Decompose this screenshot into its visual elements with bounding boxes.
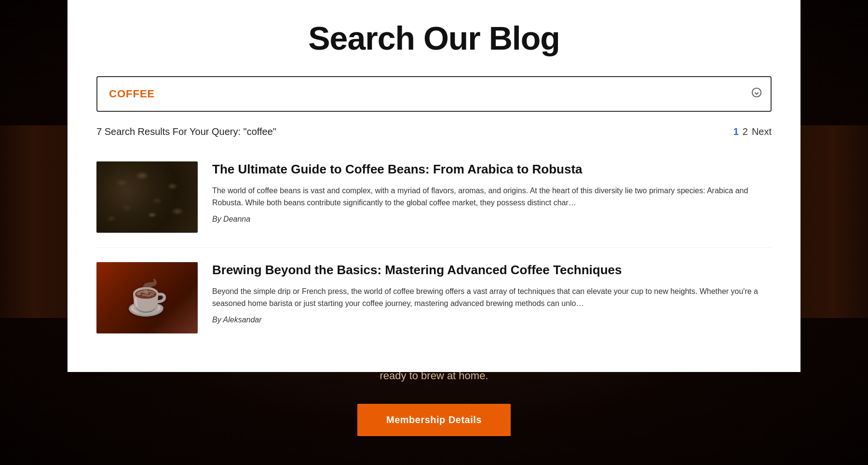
article-content: The Ultimate Guide to Coffee Beans: From… xyxy=(212,161,772,224)
search-dropdown-button[interactable] xyxy=(751,87,762,101)
article-thumbnail[interactable] xyxy=(96,262,198,333)
page-2[interactable]: 2 xyxy=(743,126,748,137)
search-container xyxy=(96,76,772,112)
thumbnail-beans-image xyxy=(96,161,198,233)
pagination-next[interactable]: Next xyxy=(752,126,772,137)
right-dark-panel xyxy=(800,125,868,318)
results-count: 7 Search Results For Your Query: "coffee… xyxy=(96,126,276,137)
article-content: Brewing Beyond the Basics: Mastering Adv… xyxy=(212,262,772,324)
article-title[interactable]: The Ultimate Guide to Coffee Beans: From… xyxy=(212,161,772,178)
page-1[interactable]: 1 xyxy=(733,126,739,137)
main-content-card: Search Our Blog 7 Search Results For You… xyxy=(68,0,800,372)
page-title: Search Our Blog xyxy=(96,19,772,57)
article-author: By Deanna xyxy=(212,215,250,223)
article-list: The Ultimate Guide to Coffee Beans: From… xyxy=(96,147,772,348)
thumbnail-cup-image xyxy=(96,262,198,333)
membership-details-button[interactable]: Membership Details xyxy=(357,404,511,436)
table-row: Brewing Beyond the Basics: Mastering Adv… xyxy=(96,248,772,348)
article-excerpt: Beyond the simple drip or French press, … xyxy=(212,285,772,310)
article-title[interactable]: Brewing Beyond the Basics: Mastering Adv… xyxy=(212,262,772,279)
pagination: 1 2 Next xyxy=(733,126,772,137)
search-input[interactable] xyxy=(96,76,772,112)
table-row: The Ultimate Guide to Coffee Beans: From… xyxy=(96,147,772,248)
article-excerpt: The world of coffee beans is vast and co… xyxy=(212,185,772,209)
article-thumbnail[interactable] xyxy=(96,161,198,233)
left-dark-panel xyxy=(0,125,68,318)
svg-point-0 xyxy=(752,88,761,97)
article-author: By Aleksandar xyxy=(212,316,262,324)
results-header: 7 Search Results For Your Query: "coffee… xyxy=(96,126,772,137)
